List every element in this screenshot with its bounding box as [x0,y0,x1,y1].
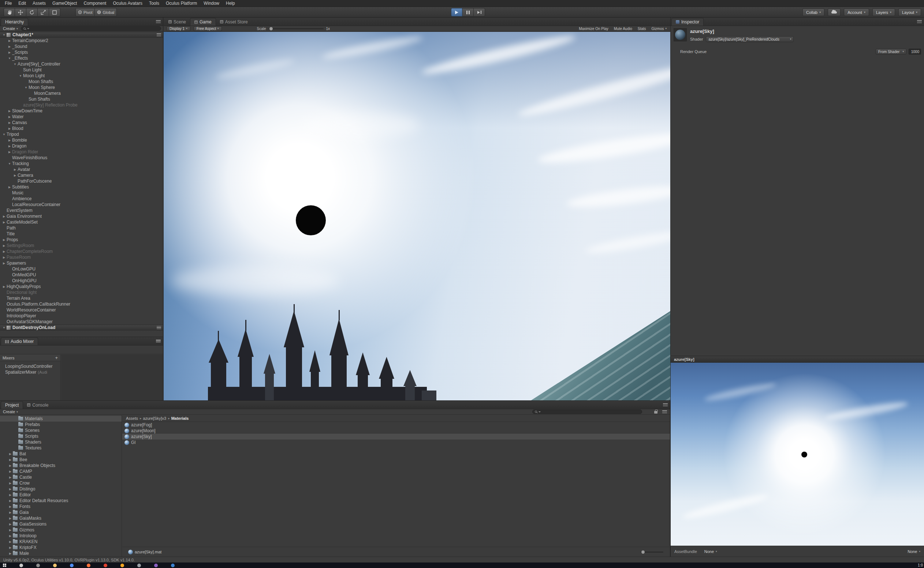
tab-inspector[interactable]: Inspector [671,18,704,26]
layout-dropdown[interactable]: Layout [898,8,921,16]
expand-arrow[interactable]: ▼ [12,63,18,66]
menu-window[interactable]: Window [200,0,222,7]
render-queue-number-field[interactable]: 1000 [909,49,921,54]
hierarchy-item[interactable]: Sun Shafts [0,96,163,102]
expand-arrow[interactable]: ▶ [8,458,13,461]
pivot-toggle-button[interactable]: Pivot [76,8,95,17]
hierarchy-item[interactable]: OvrAvatarSDKManager [0,319,163,325]
expand-arrow[interactable]: ▶ [12,168,18,171]
add-mixer-button[interactable]: + [55,356,58,360]
project-folder[interactable]: ▶Introloop [0,533,121,539]
project-folder[interactable]: ▶KRAKEN [0,539,121,545]
thumbnail-zoom-slider[interactable] [641,551,663,553]
expand-arrow[interactable]: ▶ [8,505,13,508]
project-folder[interactable]: Shaders [0,439,121,445]
expand-arrow[interactable]: ▶ [8,517,13,520]
panel-menu-icon[interactable] [663,403,668,406]
expand-arrow[interactable]: ▶ [7,51,12,54]
expand-arrow[interactable]: ▶ [8,534,13,538]
menu-edit[interactable]: Edit [15,0,29,7]
hierarchy-item[interactable]: WorldResourceContainer [0,307,163,313]
expand-arrow[interactable]: ▶ [8,540,13,544]
play-button[interactable] [451,8,462,17]
preview-header[interactable]: azure[Sky] [671,356,924,363]
assetbundle-variant-dropdown[interactable]: None [907,549,920,554]
project-folder[interactable]: ▶Fonts [0,504,121,509]
project-folder[interactable]: ▶Crow [0,480,121,486]
hierarchy-item[interactable]: MoonCamera [0,91,163,96]
hierarchy-item[interactable]: ▶SlowDownTime [0,108,163,114]
taskbar-icon-task-view[interactable] [36,563,40,567]
tab-console[interactable]: Console [23,401,52,409]
hierarchy-scene-header[interactable]: ▼Chapter1* [0,32,163,38]
expand-arrow[interactable]: ▶ [2,244,7,248]
hierarchy-item[interactable]: Directional light [0,290,163,295]
panel-menu-icon[interactable] [662,410,667,413]
hierarchy-item[interactable]: Moon Shafts [0,79,163,85]
taskbar-icon-unity[interactable] [137,563,141,567]
project-folder[interactable]: ▶GaiaSessions [0,521,121,527]
hierarchy-item[interactable]: Title [0,231,163,237]
scene-menu-icon[interactable] [157,33,161,36]
hierarchy-item[interactable]: Sun Light [0,67,163,73]
shader-dropdown[interactable]: azure[Sky]/azure[Sky]_PreRenderedClouds [706,36,794,42]
expand-arrow[interactable]: ▼ [18,74,23,78]
menu-gameobject[interactable]: GameObject [49,0,80,7]
expand-arrow[interactable]: ▼ [2,33,7,36]
hierarchy-item[interactable]: Ambience [0,196,163,202]
hierarchy-item[interactable]: WaveFinishBonus [0,155,163,161]
hierarchy-item[interactable]: ▶CastleModelSet [0,219,163,225]
hierarchy-item[interactable]: OnHighGPU [0,278,163,284]
taskbar-icon-app-blue[interactable] [171,563,175,567]
aspect-dropdown[interactable]: Free Aspect [194,26,222,31]
project-folder[interactable]: ▶Editor [0,492,121,498]
expand-arrow[interactable]: ▶ [8,470,13,473]
expand-arrow[interactable]: ▶ [2,238,7,242]
taskbar-icon-file-explorer[interactable] [53,563,57,567]
layers-dropdown[interactable]: Layers [873,8,895,16]
project-folder[interactable]: ▶Distingo [0,486,121,492]
expand-arrow[interactable]: ▼ [23,86,29,89]
hierarchy-item[interactable]: ▶Camera [0,172,163,178]
hierarchy-item[interactable]: ▶Avatar [0,166,163,172]
hierarchy-item[interactable]: Terrain Area [0,295,163,301]
expand-arrow[interactable]: ▶ [7,127,12,130]
expand-arrow[interactable]: ▼ [2,326,7,329]
toggle-stats[interactable]: Stats [638,27,646,31]
project-folder[interactable]: ▶Gizmos [0,527,121,533]
hierarchy-item[interactable]: ▶_Sound [0,44,163,50]
expand-arrow[interactable]: ▶ [8,476,13,479]
assetbundle-dropdown[interactable]: None [704,549,717,554]
hierarchy-item[interactable]: azure[Sky] Reflection Probe [0,102,163,108]
asset-item[interactable]: azure[Sky] [122,434,670,440]
menu-component[interactable]: Component [80,0,109,7]
hierarchy-item[interactable]: ▼Tracking [0,161,163,166]
expand-arrow[interactable]: ▶ [7,45,12,48]
zoom-slider-knob[interactable] [641,550,645,554]
project-folder[interactable]: Materials [0,416,121,421]
expand-arrow[interactable]: ▶ [7,121,12,124]
tab-project[interactable]: Project [1,401,23,409]
expand-arrow[interactable]: ▶ [8,493,13,497]
project-search-input[interactable] [532,409,642,414]
hierarchy-item[interactable]: ▶Props [0,237,163,243]
scale-tool-button[interactable] [38,8,49,17]
project-folder[interactable]: ▶Breakable Objects [0,462,121,468]
expand-arrow[interactable]: ▶ [8,452,13,456]
hierarchy-item[interactable]: ▼Tripod [0,131,163,137]
hierarchy-item[interactable]: ▶Dragon [0,143,163,149]
hierarchy-item[interactable]: EventSystem [0,207,163,213]
hierarchy-item[interactable]: ▼Moon Sphere [0,85,163,91]
taskbar-icon-app-orange[interactable] [121,563,124,567]
hierarchy-item[interactable]: ▶ChapterCompleteRoom [0,249,163,254]
expand-arrow[interactable]: ▼ [7,57,12,60]
hierarchy-item[interactable]: ▶SettingsRoom [0,243,163,249]
expand-arrow[interactable]: ▶ [2,256,7,259]
expand-arrow[interactable]: ▶ [2,262,7,265]
project-folder[interactable]: ▶Castle [0,474,121,480]
breadcrumb-segment[interactable]: Materials [171,416,189,420]
hierarchy-create-button[interactable]: Create [2,26,19,31]
taskbar-icon-visual-studio[interactable] [154,563,158,567]
lock-icon[interactable] [654,411,658,414]
hierarchy-search-input[interactable] [21,26,161,31]
